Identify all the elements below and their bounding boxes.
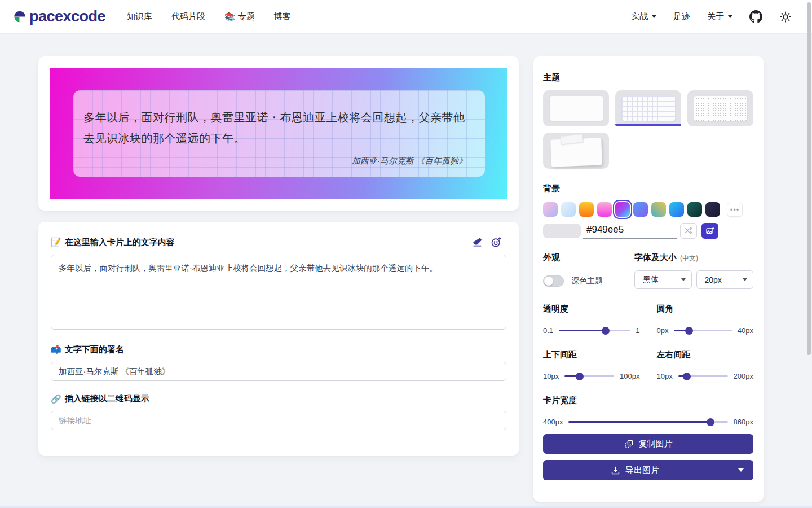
- font-family-select[interactable]: 黑体: [634, 270, 692, 289]
- dark-theme-label: 深色主题: [571, 276, 603, 286]
- clear-text-button[interactable]: [471, 237, 483, 248]
- bg-swatch-gold-teal[interactable]: [651, 202, 666, 217]
- caret-down-icon: [652, 15, 656, 18]
- nav-item-knowledge[interactable]: 知识库: [127, 11, 152, 22]
- more-swatches-button[interactable]: •••: [727, 203, 743, 217]
- radius-label: 圆角: [657, 304, 754, 314]
- theme-plain-preview: [550, 96, 603, 121]
- bg-swatch-amber-orange[interactable]: [579, 202, 594, 217]
- hpadding-min: 10px: [657, 372, 673, 380]
- appearance-section-label: 外观: [543, 252, 634, 263]
- editor-panel: 📝 在这里输入卡片上的文字内容: [38, 222, 519, 456]
- hpadding-slider[interactable]: [678, 375, 728, 377]
- vpadding-max: 100px: [620, 372, 639, 380]
- opacity-slider[interactable]: [559, 330, 630, 331]
- nav-item-practice[interactable]: 实战: [631, 11, 656, 22]
- radius-slider-thumb[interactable]: [685, 327, 693, 335]
- memo-emoji: 📝: [51, 237, 61, 247]
- caret-down-icon: [681, 278, 686, 281]
- radius-slider[interactable]: [674, 330, 731, 331]
- font-section-label: 字体及大小: [634, 252, 677, 263]
- page-scrollbar[interactable]: [807, 2, 811, 355]
- text-field-label: 📝 在这里输入卡片上的文字内容: [51, 237, 175, 248]
- card-banner: 多年以后，面对行刑队，奥雷里亚诺・布恩迪亚上校将会回想起，父亲带他去见识冰块的那…: [50, 68, 508, 199]
- bg-swatch-pink-lavender[interactable]: [543, 202, 558, 217]
- bottom-accent-strip: [0, 506, 812, 508]
- hpadding-slider-thumb[interactable]: [683, 373, 691, 380]
- eraser-icon: [471, 237, 483, 248]
- font-section-note: (中文): [680, 253, 698, 263]
- mailbox-emoji: 📫: [51, 345, 61, 355]
- signature-field-label: 📫 文字下面的署名: [51, 344, 124, 355]
- books-emoji: 📚: [224, 12, 235, 22]
- link-field-label: 🔗 插入链接以二维码显示: [51, 393, 149, 404]
- export-image-button[interactable]: 导出图片: [543, 460, 727, 480]
- brand-logo[interactable]: pacexcode: [12, 8, 105, 25]
- quote-signature: 加西亚·马尔克斯 《百年孤独》: [83, 156, 471, 167]
- nav-item-snippets[interactable]: 代码片段: [171, 11, 205, 22]
- caret-down-icon: [743, 278, 747, 281]
- card-preview-panel: 多年以后，面对行刑队，奥雷里亚诺・布恩迪亚上校将会回想起，父亲带他去见识冰块的那…: [38, 56, 519, 211]
- link-input[interactable]: [51, 411, 506, 430]
- quote-card: 多年以后，面对行刑队，奥雷里亚诺・布恩迪亚上校将会回想起，父亲带他去见识冰块的那…: [73, 90, 485, 177]
- bg-swatch-blue-violet[interactable]: [633, 202, 648, 217]
- nav-item-about[interactable]: 关于: [707, 11, 732, 22]
- width-slider[interactable]: [568, 421, 727, 423]
- copy-icon: [624, 439, 634, 449]
- bg-swatch-light-blue[interactable]: [561, 202, 576, 217]
- toggle-knob: [544, 277, 553, 286]
- dark-theme-toggle[interactable]: [543, 275, 564, 287]
- nav-item-blog[interactable]: 博客: [274, 11, 291, 22]
- theme-option-noise[interactable]: [687, 90, 753, 126]
- bg-swatch-pink-magenta[interactable]: [597, 202, 612, 217]
- settings-panel: 主题 背景 •••: [533, 56, 764, 502]
- radius-min: 0px: [657, 326, 669, 335]
- hpadding-label: 左右间距: [657, 349, 754, 360]
- radius-slider-block: 圆角 0px 40px: [657, 304, 754, 335]
- theme-note-preview: [550, 138, 602, 167]
- card-text-input[interactable]: 多年以后，面对行刑队，奥雷里亚诺·布恩迪亚上校将会回想起，父亲带他去见识冰块的那…: [51, 255, 506, 330]
- vpadding-slider-block: 上下间距 10px 100px: [543, 349, 640, 380]
- opacity-slider-thumb[interactable]: [602, 327, 610, 335]
- export-options-button[interactable]: [727, 460, 753, 480]
- swatch-list: •••: [543, 202, 753, 217]
- vpadding-slider-thumb[interactable]: [576, 373, 584, 380]
- shuffle-color-button[interactable]: [680, 223, 697, 239]
- opacity-slider-block: 透明度 0.1 1: [543, 304, 640, 335]
- hex-color-input[interactable]: [583, 222, 677, 239]
- upload-bg-image-button[interactable]: [701, 223, 718, 239]
- bg-swatch-cyan-blue[interactable]: [669, 202, 684, 217]
- export-split-button: 导出图片: [543, 460, 753, 480]
- caret-down-icon: [738, 468, 744, 472]
- quote-text: 多年以后，面对行刑队，奥雷里亚诺・布恩迪亚上校将会回想起，父亲带他去见识冰块的那…: [83, 107, 471, 149]
- github-button[interactable]: [749, 10, 762, 23]
- theme-option-grid[interactable]: [615, 90, 681, 126]
- font-size-select[interactable]: 20px: [696, 270, 754, 289]
- background-section-label: 背景: [543, 183, 753, 194]
- navbar: pacexcode 知识库 代码片段 📚 专题 博客 实战 足迹 关于: [0, 0, 812, 34]
- width-min: 400px: [543, 418, 563, 426]
- bg-swatch-dark-teal[interactable]: [687, 202, 702, 217]
- copy-image-button[interactable]: 复制图片: [543, 434, 753, 454]
- download-icon: [611, 466, 620, 475]
- bg-swatch-magenta-purple-cyan[interactable]: [615, 202, 630, 217]
- hpadding-slider-block: 左右间距 10px 200px: [657, 349, 754, 380]
- nav-item-topics[interactable]: 📚 专题: [224, 11, 255, 22]
- width-slider-thumb[interactable]: [707, 418, 714, 426]
- emoji-picker-button[interactable]: [491, 237, 502, 248]
- theme-toggle-button[interactable]: [779, 11, 792, 23]
- theme-section-label: 主题: [543, 72, 753, 83]
- width-label: 卡片宽度: [543, 395, 753, 406]
- vpadding-slider[interactable]: [564, 375, 614, 377]
- bg-swatch-dark-navy[interactable]: [705, 202, 720, 217]
- nav-item-footprint[interactable]: 足迹: [673, 11, 690, 22]
- brand-name: pacexcode: [29, 8, 105, 25]
- theme-noise-preview: [694, 96, 747, 121]
- theme-option-sticky-note[interactable]: [543, 133, 609, 169]
- theme-option-plain[interactable]: [543, 90, 609, 126]
- signature-input[interactable]: [51, 362, 506, 381]
- logo-icon: [12, 10, 27, 24]
- hpadding-max: 200px: [734, 372, 753, 380]
- github-icon: [749, 10, 762, 23]
- width-slider-block: 卡片宽度 400px 860px: [543, 395, 753, 426]
